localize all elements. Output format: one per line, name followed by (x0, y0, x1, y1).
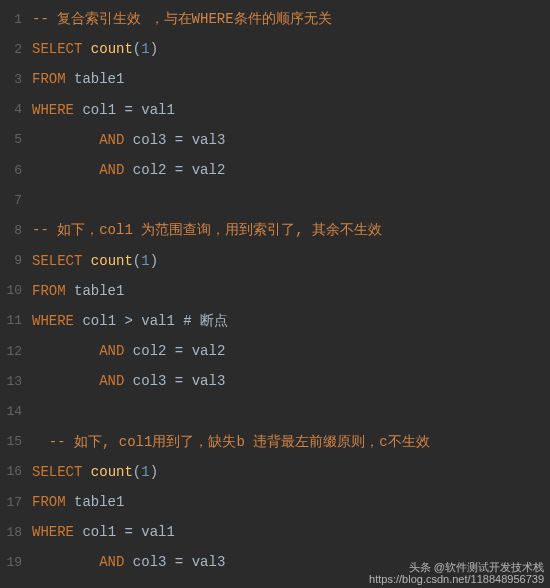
code-token: val3 (192, 554, 226, 570)
code-token (124, 343, 132, 359)
code-line: 15 -- 如下, col1用到了，缺失b 违背最左前缀原则，c不生效 (0, 427, 550, 457)
code-token: col3 (133, 554, 167, 570)
code-line: 13 AND col3 = val3 (0, 366, 550, 396)
line-number: 7 (0, 193, 32, 208)
code-token: WHERE (32, 524, 74, 540)
code-line: 10FROM table1 (0, 276, 550, 306)
code-content: -- 如下, col1用到了，缺失b 违背最左前缀原则，c不生效 (32, 433, 550, 451)
code-token: val2 (192, 343, 226, 359)
code-content: AND col3 = val3 (32, 132, 550, 148)
code-token: = (116, 524, 141, 540)
code-token: col1 (82, 524, 116, 540)
code-token (32, 373, 99, 389)
code-token: col2 (133, 162, 167, 178)
code-token: count (91, 41, 133, 57)
code-token: col3 (133, 132, 167, 148)
code-token (32, 434, 49, 450)
code-token (124, 162, 132, 178)
code-token: FROM (32, 494, 66, 510)
code-content: SELECT count(1) (32, 253, 550, 269)
line-number: 13 (0, 374, 32, 389)
code-content: FROM table1 (32, 71, 550, 87)
code-token (66, 71, 74, 87)
line-number: 19 (0, 555, 32, 570)
code-token (66, 283, 74, 299)
code-token: AND (99, 132, 124, 148)
code-token: SELECT (32, 41, 82, 57)
code-token: val2 (192, 162, 226, 178)
code-editor: 1-- 复合索引生效 ，与在WHERE条件的顺序无关2SELECT count(… (0, 0, 550, 578)
line-number: 11 (0, 313, 32, 328)
code-content: -- 复合索引生效 ，与在WHERE条件的顺序无关 (32, 10, 550, 28)
line-number: 15 (0, 434, 32, 449)
line-number: 14 (0, 404, 32, 419)
code-token: table1 (74, 494, 124, 510)
code-token (124, 373, 132, 389)
code-token: > (116, 313, 141, 329)
line-number: 12 (0, 344, 32, 359)
code-token: WHERE (32, 313, 74, 329)
code-line: 16SELECT count(1) (0, 457, 550, 487)
line-number: 2 (0, 42, 32, 57)
line-number: 5 (0, 132, 32, 147)
watermark-source: 头条 @软件测试开发技术栈 (369, 561, 544, 574)
code-token: = (166, 162, 191, 178)
code-line: 1-- 复合索引生效 ，与在WHERE条件的顺序无关 (0, 4, 550, 34)
code-content: AND col2 = val2 (32, 162, 550, 178)
line-number: 1 (0, 12, 32, 27)
code-token: = (166, 343, 191, 359)
code-token: SELECT (32, 464, 82, 480)
code-token: 1 (141, 464, 149, 480)
watermark: 头条 @软件测试开发技术栈 https://blog.csdn.net/1188… (369, 561, 544, 586)
code-content: WHERE col1 = val1 (32, 524, 550, 540)
code-token (32, 343, 99, 359)
code-content: WHERE col1 > val1 # 断点 (32, 312, 550, 330)
code-token: SELECT (32, 253, 82, 269)
code-line: 9SELECT count(1) (0, 246, 550, 276)
code-token (124, 132, 132, 148)
code-token: = (116, 102, 141, 118)
code-token: AND (99, 373, 124, 389)
code-token: val3 (192, 373, 226, 389)
line-number: 3 (0, 72, 32, 87)
code-token: -- 如下，col1 为范围查询，用到索引了, 其余不生效 (32, 222, 382, 238)
code-token: col1 (82, 102, 116, 118)
code-token (32, 554, 99, 570)
code-line: 18WHERE col1 = val1 (0, 517, 550, 547)
code-line: 14 (0, 396, 550, 426)
code-token: AND (99, 162, 124, 178)
code-token: count (91, 253, 133, 269)
line-number: 6 (0, 163, 32, 178)
code-line: 8-- 如下，col1 为范围查询，用到索引了, 其余不生效 (0, 215, 550, 245)
code-token: val1 (141, 313, 175, 329)
code-token: # 断点 (183, 313, 228, 329)
code-token: = (166, 373, 191, 389)
code-content: SELECT count(1) (32, 41, 550, 57)
code-token: col3 (133, 373, 167, 389)
code-token (32, 162, 99, 178)
code-token: = (166, 132, 191, 148)
code-token: col2 (133, 343, 167, 359)
code-token: ( (133, 253, 141, 269)
code-token: FROM (32, 283, 66, 299)
code-token: ( (133, 464, 141, 480)
code-content: -- 如下，col1 为范围查询，用到索引了, 其余不生效 (32, 221, 550, 239)
line-number: 10 (0, 283, 32, 298)
code-token: AND (99, 343, 124, 359)
code-token: -- 复合索引生效 ，与在WHERE条件的顺序无关 (32, 11, 332, 27)
code-token: WHERE (32, 102, 74, 118)
code-token: val1 (141, 102, 175, 118)
code-token (82, 464, 90, 480)
code-line: 2SELECT count(1) (0, 34, 550, 64)
watermark-url: https://blog.csdn.net/118848956739 (369, 573, 544, 586)
line-number: 17 (0, 495, 32, 510)
line-number: 16 (0, 464, 32, 479)
code-content: FROM table1 (32, 494, 550, 510)
code-line: 3FROM table1 (0, 64, 550, 94)
code-token: = (166, 554, 191, 570)
code-line: 7 (0, 185, 550, 215)
code-token: val1 (141, 524, 175, 540)
code-content: FROM table1 (32, 283, 550, 299)
code-content: AND col3 = val3 (32, 373, 550, 389)
code-line: 12 AND col2 = val2 (0, 336, 550, 366)
